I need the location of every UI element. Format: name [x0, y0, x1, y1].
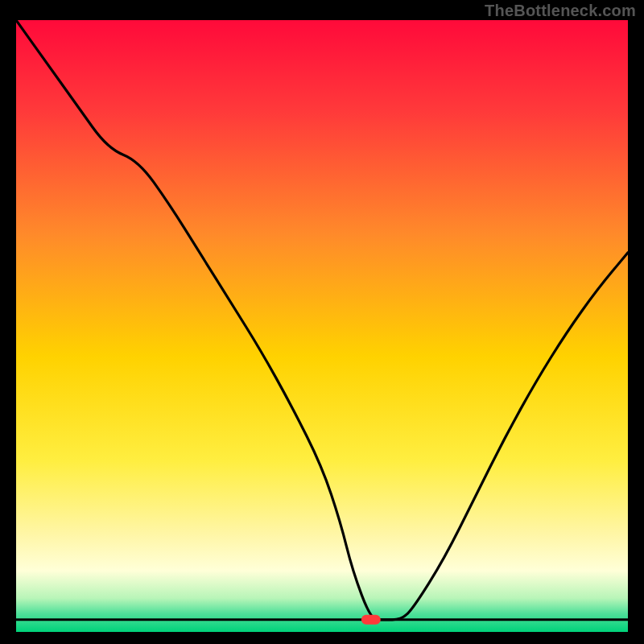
plot-area — [16, 20, 628, 632]
gradient-background — [16, 20, 628, 632]
chart-svg — [16, 20, 628, 632]
chart-container: TheBottleneck.com — [0, 0, 644, 644]
watermark-text: TheBottleneck.com — [485, 2, 636, 20]
optimum-marker — [361, 615, 381, 625]
